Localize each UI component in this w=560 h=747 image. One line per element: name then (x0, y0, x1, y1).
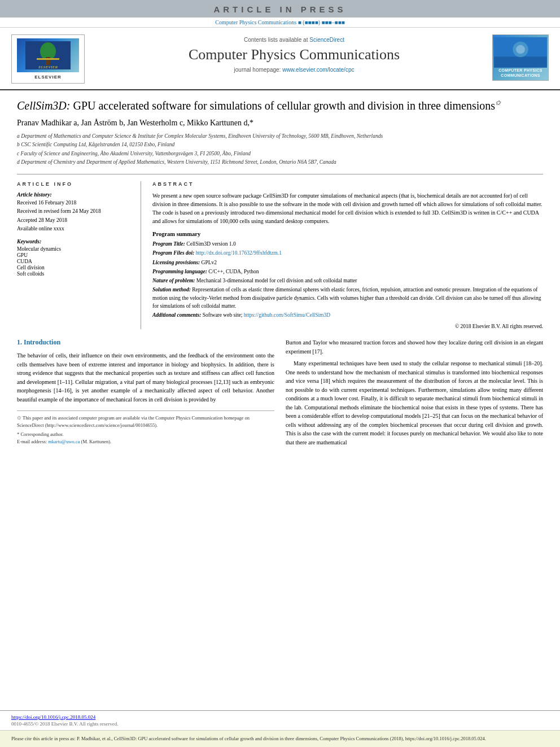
journal-reference-line: Computer Physics Communications ■ (■■■■)… (0, 18, 560, 28)
github-url[interactable]: https://github.com/SoftSimu/CellSim3D (244, 312, 330, 318)
intro-right-para-1: Many experimental techniques have been u… (286, 359, 543, 447)
email-label: E-mail address: (17, 439, 47, 444)
accepted-date: Accepted 28 May 2018 (17, 217, 133, 224)
nature-label: Nature of problem: (152, 278, 195, 283)
email-note: E-mail address: mkartu@uwo.ca (M. Karttu… (17, 438, 274, 445)
cpc-logo-container: COMPUTER PHYSICSCOMMUNICATIONS (492, 34, 549, 81)
programming-value: C/C++, CUDA, Python (208, 269, 259, 274)
contents-available-line: Contents lists available at ScienceDirec… (96, 37, 492, 43)
authors-line: Pranav Madhikar a, Jan Åström b, Jan Wes… (17, 119, 543, 128)
keyword-3: Cell division (17, 265, 133, 270)
article-title-normal: GPU accelerated software for simulations… (70, 99, 495, 112)
journal-homepage: journal homepage: www.elsevier.com/locat… (96, 67, 492, 73)
solution-value: Representation of cells as elastic three… (152, 287, 541, 309)
licensing-item: Licensing provisions: GPLv2 (152, 259, 543, 267)
program-files-url[interactable]: http://dx.doi.org/10.17632/9ffxhfdtzm.1 (196, 250, 282, 256)
article-content: CellSim3D: GPU accelerated software for … (0, 90, 560, 710)
affiliation-c: c Faculty of Science and Engineering, Åb… (17, 150, 543, 158)
article-info-abstract-section: ARTICLE INFO Article history: Received 1… (17, 181, 543, 329)
article-title-superscript: ✩ (495, 99, 501, 107)
article-title-italic: CellSim3D: (17, 99, 70, 112)
keyword-1: GPU (17, 252, 133, 258)
sciencedirect-link[interactable]: ScienceDirect (309, 37, 344, 43)
introduction-left: 1. Introduction The behavior of cells, t… (17, 338, 274, 450)
svg-rect-3 (37, 58, 59, 60)
keywords-label: Keywords: (17, 238, 133, 244)
journal-title: Computer Physics Communications (96, 46, 492, 63)
revised-date: Received in revised form 24 May 2018 (17, 208, 133, 215)
doi-line: https://doi.org/10.1016/j.cpc.2018.05.02… (11, 714, 549, 720)
cpc-logo-svg (493, 37, 548, 68)
elsevier-logo-box: ELSEVIER ELSEVIER (11, 34, 85, 84)
licensing-value: GPLv2 (202, 260, 217, 265)
program-files-label: Program Files doi: (152, 250, 194, 256)
introduction-left-text: The behavior of cells, their influence o… (17, 351, 274, 404)
authors-text: Pranav Madhikar a, Jan Åström b, Jan Wes… (17, 119, 253, 127)
journal-header-center: Contents lists available at ScienceDirec… (96, 34, 492, 73)
affiliation-b: b CSC Scientific Computing Ltd, Kågelstr… (17, 141, 543, 148)
abstract-column: ABSTRACT We present a new open source so… (152, 181, 543, 329)
introduction-title: 1. Introduction (17, 338, 274, 347)
history-label: Article history: (17, 191, 133, 198)
affiliation-a: a Department of Mathematics and Computer… (17, 132, 543, 140)
affiliations: a Department of Mathematics and Computer… (17, 132, 543, 166)
abstract-heading: ABSTRACT (152, 181, 543, 187)
article-info-heading: ARTICLE INFO (17, 181, 133, 187)
introduction-right-text: Burton and Taylor who measured traction … (286, 338, 543, 447)
citation-bar: Please cite this article in press as: P.… (0, 730, 560, 747)
program-title-label: Program Title: (152, 241, 185, 247)
additional-value: Software web site; (203, 312, 243, 318)
keywords-section: Keywords: Molecular dynamics GPU CUDA Ce… (17, 238, 133, 277)
introduction-section: 1. Introduction The behavior of cells, t… (17, 338, 543, 450)
programming-label: Programming language: (152, 269, 207, 274)
intro-right-para-0: Burton and Taylor who measured traction … (286, 338, 543, 356)
article-in-press-banner: ARTICLE IN PRESS (0, 0, 560, 18)
copyright-text: © 2018 Elsevier B.V. All rights reserved… (152, 324, 543, 329)
elsevier-label: ELSEVIER (34, 75, 62, 80)
additional-label: Additional comments: (152, 312, 201, 318)
page-footer: https://doi.org/10.1016/j.cpc.2018.05.02… (0, 710, 560, 730)
cpc-logo-text: COMPUTER PHYSICSCOMMUNICATIONS (498, 68, 542, 78)
additional-item: Additional comments: Software web site; … (152, 311, 543, 319)
introduction-right: Burton and Taylor who measured traction … (286, 338, 543, 450)
svg-text:ELSEVIER: ELSEVIER (38, 65, 58, 69)
doi-link[interactable]: https://doi.org/10.1016/j.cpc.2018.05.02… (11, 714, 95, 720)
program-summary-title: Program summary (152, 231, 543, 237)
solution-label: Solution method: (152, 287, 191, 292)
elsevier-emblem-svg: ELSEVIER (25, 41, 71, 69)
keyword-2: CUDA (17, 259, 133, 264)
issn-line: 0010-4655/© 2018 Elsevier B.V. All right… (11, 721, 549, 727)
affiliation-d: d Department of Chemistry and Department… (17, 158, 543, 166)
nature-value: Mechanical 3-dimensional model for cell … (196, 278, 357, 283)
elsevier-logo-container: ELSEVIER ELSEVIER (11, 34, 85, 84)
article-title: CellSim3D: GPU accelerated software for … (17, 98, 543, 113)
email-link[interactable]: mkartu@uwo.ca (48, 439, 80, 444)
citation-text: Please cite this article in press as: P.… (11, 736, 486, 741)
journal-ref-text: Computer Physics Communications ■ (■■■■)… (215, 19, 345, 25)
abstract-text: We present a new open source software pa… (152, 191, 543, 225)
banner-text: ARTICLE IN PRESS (213, 5, 346, 14)
star-footnote: ✩ This paper and its associated computer… (17, 414, 274, 429)
available-online: Available online xxxx (17, 225, 133, 233)
article-info-column: ARTICLE INFO Article history: Received 1… (17, 181, 141, 329)
programming-item: Programming language: C/C++, CUDA, Pytho… (152, 268, 543, 276)
keyword-0: Molecular dynamics (17, 246, 133, 252)
program-summary: Program summary Program Title: CellSim3D… (152, 231, 543, 319)
footnote-area: ✩ This paper and its associated computer… (17, 410, 274, 445)
corresponding-note: * Corresponding author. (17, 431, 274, 438)
program-files-item: Program Files doi: http://dx.doi.org/10.… (152, 249, 543, 257)
homepage-url[interactable]: www.elsevier.com/locate/cpc (282, 67, 354, 73)
page: ARTICLE IN PRESS Computer Physics Commun… (0, 0, 560, 747)
solution-item: Solution method: Representation of cells… (152, 286, 543, 310)
svg-point-8 (516, 45, 525, 54)
journal-header: ELSEVIER ELSEVIER Contents lists availab… (0, 28, 560, 90)
received-date: Received 16 February 2018 (17, 199, 133, 207)
article-divider (17, 174, 543, 174)
intro-para-0: The behavior of cells, their influence o… (17, 351, 274, 404)
program-title-value: CellSim3D version 1.0 (186, 241, 235, 247)
program-title-item: Program Title: CellSim3D version 1.0 (152, 240, 543, 248)
email-person-note: (M. Karttunen). (81, 439, 112, 444)
elsevier-logo-image: ELSEVIER (17, 38, 79, 72)
keyword-4: Soft colloids (17, 271, 133, 277)
cpc-logo-image: COMPUTER PHYSICSCOMMUNICATIONS (493, 35, 548, 80)
